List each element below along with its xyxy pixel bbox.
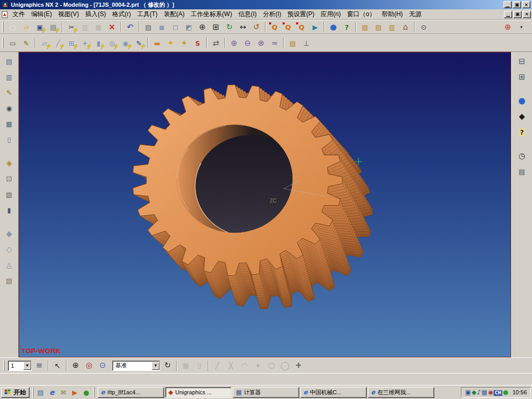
wireframe-view-icon[interactable]: ◻ — [169, 21, 182, 33]
orient-wcs-icon[interactable]: ↻ — [161, 360, 174, 371]
exit-icon[interactable]: ⌂ — [399, 21, 412, 33]
pan-view-icon[interactable]: ↔ — [236, 21, 249, 33]
datum-filter-combo-arrow-icon[interactable]: ▼ — [152, 362, 159, 370]
menu-item[interactable]: 信息(I) — [235, 9, 260, 20]
datum-axis-icon[interactable]: ╱ — [51, 37, 64, 49]
hole-icon[interactable]: ◉ — [119, 37, 132, 49]
edit-sketch-icon[interactable]: ✎ — [20, 37, 33, 49]
bounding-box-icon[interactable]: ⊡ — [3, 172, 16, 185]
orient-xform-icon[interactable]: ▨ — [286, 37, 299, 49]
menu-item[interactable]: 编辑(E) — [28, 9, 55, 20]
screen-capture-icon[interactable]: ▧ — [142, 21, 155, 33]
viewport-canvas[interactable]: ZC — [19, 52, 511, 357]
wcs-dynamics-icon[interactable]: ⊥ — [300, 37, 313, 49]
msn-icon[interactable]: ● — [81, 387, 91, 397]
mirror-tool-icon[interactable]: ▯ — [193, 360, 206, 371]
circle-tool-icon[interactable]: ○ — [265, 360, 278, 371]
quick-pick-3-icon[interactable]: Q — [295, 21, 308, 33]
point-icon[interactable]: + — [78, 37, 91, 49]
pattern-grid-icon[interactable]: ▦ — [179, 360, 192, 371]
start-button[interactable]: 开始 — [1, 387, 30, 398]
slot-icon[interactable]: S — [191, 37, 204, 49]
swatch-icon[interactable]: ▩ — [3, 117, 16, 130]
menu-item[interactable]: 工具(T) — [134, 9, 161, 20]
menu-item[interactable]: 插入(S) — [82, 9, 109, 20]
cue-bar-icon[interactable]: ▥ — [3, 71, 16, 83]
tray-network-icon[interactable]: ▦ — [482, 389, 487, 396]
task-calculator[interactable]: ▦计算器 — [233, 387, 299, 398]
dialog-bar-icon[interactable]: ▤ — [3, 55, 16, 68]
task-ie-china-machine[interactable]: e中国机械C... — [300, 387, 367, 398]
quick-pick-2-icon[interactable]: Q — [282, 21, 295, 33]
mdi-minimize-button[interactable]: ▁ — [504, 11, 512, 18]
subtract-icon[interactable]: ⊖ — [241, 37, 254, 49]
assembly-navigator-icon[interactable]: ⊟ — [515, 55, 529, 68]
trimetric-view-icon[interactable]: ▧ — [358, 21, 371, 33]
cylinder-tool-icon[interactable]: ▮ — [3, 204, 16, 216]
ie-quick-icon[interactable]: e — [47, 387, 57, 397]
plus-tool-icon[interactable]: + — [292, 360, 305, 371]
outlook-quick-icon[interactable]: ✉ — [58, 387, 69, 397]
line-tool-icon[interactable]: ╱ — [211, 360, 224, 371]
point-tool-icon[interactable]: + — [251, 360, 264, 371]
extrude-icon[interactable]: ▮ — [92, 37, 105, 49]
task-tp-document[interactable]: e#tp_8f1ac4... — [98, 387, 164, 398]
tray-scanner-icon[interactable]: ◉ — [488, 389, 493, 396]
revolve-icon[interactable]: ◎ — [105, 37, 118, 49]
camera-icon[interactable]: ◉ — [3, 102, 16, 114]
restore-button[interactable]: ▣ — [513, 1, 521, 8]
select-face-icon[interactable]: ▧ — [3, 188, 16, 201]
menu-item[interactable]: 工作坐标系(W) — [188, 9, 235, 20]
shaded-view-icon[interactable]: ◼ — [155, 21, 168, 33]
zoom-icon[interactable]: ⊕ — [196, 21, 209, 33]
task-ie-3d-forum[interactable]: e在三维网我... — [368, 387, 434, 398]
pencil-tool-icon[interactable]: ✎ — [3, 86, 16, 99]
sketch-icon[interactable]: ✎ — [132, 37, 145, 49]
isometric-view-icon[interactable]: ▨ — [372, 21, 385, 33]
new-icon[interactable]: ▢ — [6, 21, 19, 33]
help-block-icon[interactable]: ? — [515, 126, 529, 138]
copy-icon[interactable]: ▥ — [78, 21, 91, 33]
paste-icon[interactable]: ▦ — [92, 21, 105, 33]
input-language-icon[interactable]: CH — [494, 389, 502, 396]
key-icon[interactable]: ✦ — [164, 37, 177, 49]
history-clock-icon[interactable]: ◷ — [515, 150, 529, 162]
graphics-window[interactable]: ZC TOP-WORK — [19, 52, 511, 357]
mdi-close-button[interactable]: × — [523, 11, 531, 18]
system-log-icon[interactable]: ▤ — [515, 165, 529, 178]
undo-icon[interactable]: ↶ — [124, 21, 137, 33]
layer-settings-icon[interactable]: ≡ — [33, 360, 46, 371]
sheet-icon[interactable]: ▯ — [3, 133, 16, 145]
menu-item[interactable]: 无源 — [406, 9, 424, 20]
ellipse-tool-icon[interactable]: ◯ — [278, 360, 291, 371]
snap-point-icon[interactable]: ◎ — [83, 360, 96, 371]
selection-pointer-icon[interactable]: ↖ — [51, 360, 64, 371]
close-button[interactable]: × — [522, 1, 530, 8]
task-unigraphics[interactable]: ◆Unigraphics ... — [165, 387, 232, 398]
cube-wire-icon[interactable]: ◇ — [3, 243, 16, 256]
save-icon[interactable]: ▣ — [33, 21, 46, 33]
play-icon[interactable]: ▶ — [309, 21, 322, 33]
work-layer-combo-arrow-icon[interactable]: ▼ — [23, 362, 31, 370]
top-view-icon[interactable]: ▥ — [385, 21, 398, 33]
tray-volume-icon[interactable]: ♪ — [477, 389, 481, 396]
tray-msg-icon[interactable]: ● — [503, 389, 508, 396]
swap-icon[interactable]: ⇄ — [209, 37, 222, 49]
hidden-edges-view-icon[interactable]: ◩ — [182, 21, 195, 33]
help-icon[interactable]: ? — [340, 21, 353, 33]
menu-item[interactable]: 应用(n) — [317, 9, 344, 20]
arc-tool-icon[interactable]: ◠ — [238, 360, 251, 371]
show-desktop-icon[interactable]: ▤ — [35, 387, 46, 397]
open-icon[interactable]: ▱ — [20, 21, 33, 33]
menu-item[interactable]: 窗口（o） — [344, 9, 379, 20]
training-cap-icon[interactable]: ◆ — [515, 110, 529, 123]
tray-display-icon[interactable]: ▣ — [465, 389, 471, 396]
sew-icon[interactable]: ≈ — [268, 37, 281, 49]
menu-item[interactable]: 文件 — [9, 9, 28, 20]
cube-shaded-icon[interactable]: ◆ — [3, 228, 16, 240]
polyline-tool-icon[interactable]: ╳ — [224, 360, 237, 371]
menu-item[interactable]: 分析(I) — [260, 9, 284, 20]
diamond-tool-icon[interactable]: ◈ — [3, 157, 16, 169]
cube-iso-icon[interactable]: ◬ — [3, 259, 16, 271]
render-sphere-icon[interactable]: ● — [327, 21, 340, 33]
